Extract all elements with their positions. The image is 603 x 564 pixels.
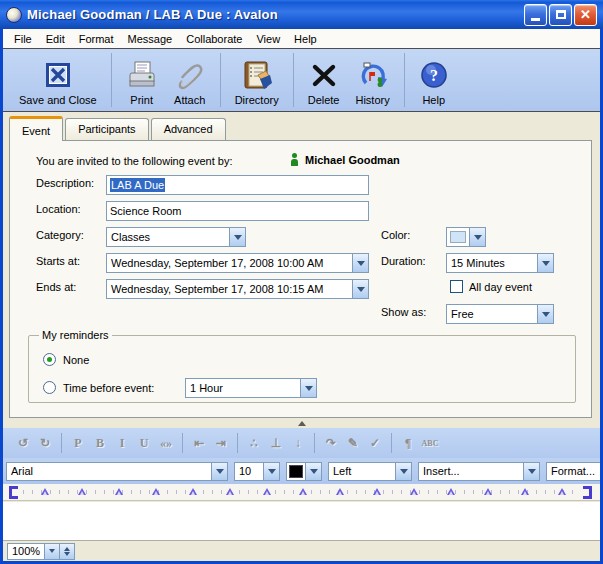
app-icon: [6, 7, 22, 23]
close-button[interactable]: ✕: [574, 4, 597, 26]
undo-icon: ↺: [13, 433, 33, 453]
chevron-down-icon[interactable]: [229, 228, 245, 246]
help-button[interactable]: ?Help: [411, 49, 457, 111]
show-as-value: Free: [447, 308, 537, 320]
minimize-button[interactable]: [524, 4, 547, 26]
tab-strip: EventParticipantsAdvanced: [9, 116, 226, 141]
toolbar-button-label: Directory: [235, 94, 279, 106]
tab-stop-marker[interactable]: [410, 488, 418, 495]
menu-item-edit[interactable]: Edit: [39, 31, 72, 47]
tab-stop-marker[interactable]: [189, 488, 197, 495]
chevron-down-icon[interactable]: [523, 463, 539, 480]
ruler[interactable]: [3, 484, 600, 501]
tab-stop-marker[interactable]: [226, 488, 234, 495]
tab-stop-marker[interactable]: [299, 488, 307, 495]
zoom-dropdown-icon[interactable]: [44, 544, 59, 559]
maximize-button[interactable]: [549, 4, 572, 26]
menu-item-file[interactable]: File: [7, 31, 39, 47]
event-tab-panel: You are invited to the following event b…: [9, 140, 592, 418]
print-button[interactable]: Print: [118, 49, 166, 111]
chevron-down-icon[interactable]: [352, 254, 368, 272]
history-button[interactable]: History: [347, 49, 397, 111]
underline-icon: U: [134, 433, 154, 453]
duration-select[interactable]: 15 Minutes: [446, 253, 554, 273]
menu-item-message[interactable]: Message: [121, 31, 180, 47]
font-family-select[interactable]: Arial: [6, 462, 228, 481]
tab-stop-marker[interactable]: [484, 488, 492, 495]
chevron-down-icon[interactable]: [211, 463, 227, 480]
toolbar-separator: [111, 53, 112, 107]
insert-value: Insert...: [419, 465, 523, 477]
chevron-down-icon[interactable]: [537, 254, 553, 272]
text-color-select[interactable]: [286, 462, 322, 481]
chevron-down-icon[interactable]: [352, 280, 368, 298]
toolbar-separator: [404, 53, 405, 107]
delete-button[interactable]: Delete: [300, 49, 348, 111]
location-input[interactable]: Science Room: [106, 201, 369, 221]
chevron-down-icon[interactable]: [469, 228, 485, 246]
starts-at-select[interactable]: Wednesday, September 17, 2008 10:00 AM: [106, 253, 369, 273]
tab-stops: [41, 488, 566, 495]
tab-stop-marker[interactable]: [115, 488, 123, 495]
menu-item-format[interactable]: Format: [72, 31, 121, 47]
zoom-control[interactable]: 100%: [7, 543, 75, 560]
all-day-checkbox[interactable]: [450, 280, 463, 293]
tab-event[interactable]: Event: [9, 116, 63, 141]
message-body[interactable]: [3, 502, 600, 540]
show-as-select[interactable]: Free: [446, 304, 554, 324]
menu-item-view[interactable]: View: [249, 31, 287, 47]
align-value: Left: [329, 465, 395, 477]
location-label: Location:: [36, 203, 81, 215]
tab-stop-marker[interactable]: [521, 488, 529, 495]
chevron-down-icon[interactable]: [300, 379, 316, 397]
reminder-none-radio[interactable]: [43, 353, 56, 366]
menu-item-help[interactable]: Help: [287, 31, 324, 47]
right-margin-marker[interactable]: [583, 486, 592, 499]
chevron-down-icon[interactable]: [263, 463, 279, 480]
align-select[interactable]: Left: [328, 462, 412, 481]
tab-stop-marker[interactable]: [336, 488, 344, 495]
margin-icon: ⊥: [266, 433, 286, 453]
directory-button[interactable]: Directory: [227, 49, 287, 111]
ends-at-select[interactable]: Wednesday, September 17, 2008 10:15 AM: [106, 279, 369, 299]
ends-at-value: Wednesday, September 17, 2008 10:15 AM: [107, 283, 352, 295]
svg-text:?: ?: [430, 67, 438, 84]
font-size-value: 10: [235, 465, 263, 477]
toolbar-separator: [391, 433, 392, 453]
description-label: Description:: [36, 177, 94, 189]
toolbar-separator: [61, 433, 62, 453]
ends-at-label: Ends at:: [36, 281, 76, 293]
tab-stop-marker[interactable]: [373, 488, 381, 495]
tab-stop-marker[interactable]: [263, 488, 271, 495]
description-input[interactable]: LAB A Due: [106, 175, 369, 195]
format-select[interactable]: Format...: [546, 462, 600, 481]
font-size-select[interactable]: 10: [234, 462, 280, 481]
left-margin-marker[interactable]: [9, 486, 18, 499]
titlebar[interactable]: Michael Goodman / LAB A Due : Avalon ✕: [0, 0, 603, 29]
delete-x-icon: [309, 57, 339, 93]
reminder-time-select[interactable]: 1 Hour: [185, 378, 317, 398]
invite-label: You are invited to the following event b…: [36, 155, 233, 167]
color-select[interactable]: [446, 227, 486, 247]
chevron-down-icon[interactable]: [395, 463, 411, 480]
my-reminders-group: My reminders None Time before event: 1 H…: [28, 329, 576, 403]
tab-stop-marker[interactable]: [447, 488, 455, 495]
menu-item-collaborate[interactable]: Collaborate: [179, 31, 249, 47]
save-and-close-button[interactable]: Save and Close: [11, 49, 105, 111]
tab-stop-marker[interactable]: [152, 488, 160, 495]
tab-stop-marker[interactable]: [558, 488, 566, 495]
toolbar-separator: [220, 53, 221, 107]
category-select[interactable]: Classes: [106, 227, 246, 247]
location-value: Science Room: [110, 205, 182, 217]
toolbar-button-label: Delete: [308, 94, 340, 106]
reminder-time-radio[interactable]: [43, 381, 56, 394]
attach-button[interactable]: Attach: [166, 49, 214, 111]
zoom-spinner[interactable]: [59, 544, 74, 559]
person-icon: [290, 153, 299, 166]
chevron-down-icon[interactable]: [305, 463, 321, 480]
chevron-down-icon[interactable]: [537, 305, 553, 323]
pane-splitter[interactable]: [3, 420, 600, 428]
tab-stop-marker[interactable]: [78, 488, 86, 495]
insert-select[interactable]: Insert...: [418, 462, 540, 481]
tab-stop-marker[interactable]: [41, 488, 49, 495]
